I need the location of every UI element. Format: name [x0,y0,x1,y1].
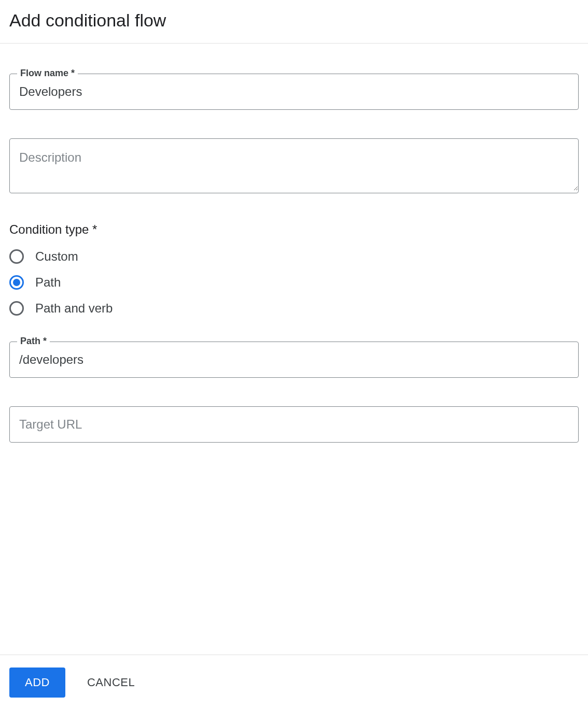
description-field [9,138,579,193]
radio-icon [9,275,24,290]
target-url-field [9,406,579,443]
flow-name-input[interactable] [10,74,578,109]
radio-option-path-and-verb[interactable]: Path and verb [9,301,579,316]
radio-label-custom: Custom [35,249,78,264]
radio-label-path: Path [35,275,61,290]
condition-type-radio-group: Custom Path Path and verb [9,249,579,316]
radio-option-custom[interactable]: Custom [9,249,579,264]
flow-name-label: Flow name * [17,68,78,79]
radio-option-path[interactable]: Path [9,275,579,290]
path-label: Path * [17,336,50,347]
dialog-content: Flow name * Condition type * Custom Path… [0,44,588,655]
dialog-title: Add conditional flow [9,10,579,31]
add-button[interactable]: ADD [9,668,65,698]
flow-name-field: Flow name * [9,74,579,110]
path-input[interactable] [10,342,578,377]
radio-icon [9,301,24,316]
radio-icon [9,249,24,264]
description-textarea[interactable] [10,139,578,191]
cancel-button[interactable]: CANCEL [87,676,135,689]
dialog-footer: ADD CANCEL [0,655,588,710]
target-url-input[interactable] [10,407,578,442]
add-conditional-flow-dialog: Add conditional flow Flow name * Conditi… [0,0,588,710]
flow-name-outline: Flow name * [9,74,579,110]
radio-label-path-and-verb: Path and verb [35,301,113,316]
path-outline: Path * [9,342,579,378]
path-field: Path * [9,342,579,378]
condition-type-label: Condition type * [9,222,579,237]
dialog-header: Add conditional flow [0,0,588,44]
